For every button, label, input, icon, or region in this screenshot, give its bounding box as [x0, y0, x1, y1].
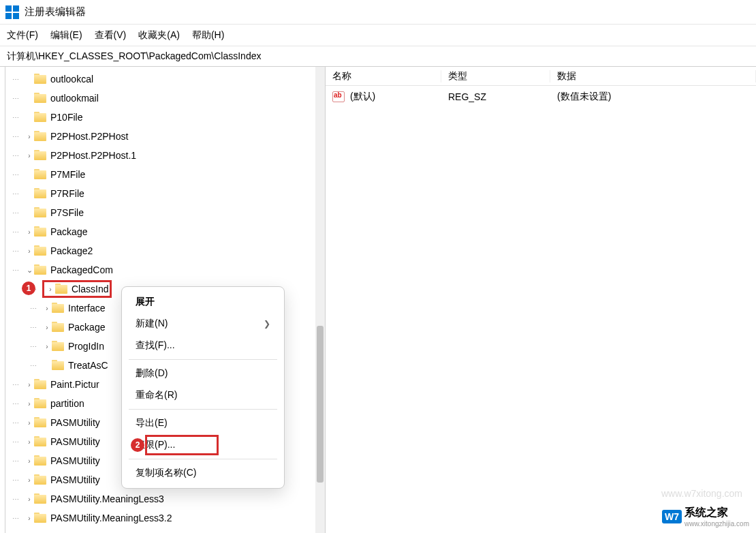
tree-connector: ⋯ — [12, 438, 25, 446]
ctx-delete[interactable]: 删除(D) — [125, 363, 281, 384]
folder-icon — [34, 93, 48, 104]
chevron-right-icon[interactable]: › — [25, 228, 34, 236]
chevron-right-icon[interactable]: › — [46, 286, 55, 293]
ctx-permissions[interactable]: 权限(P)... — [125, 434, 281, 456]
tree-item-label: partition — [50, 398, 84, 409]
tree-item[interactable]: ⋯P7MFile — [0, 165, 325, 184]
tree-item-label: outlookmail — [50, 93, 99, 104]
tree-scrollbar[interactable] — [315, 67, 325, 533]
chevron-down-icon[interactable]: ⌄ — [25, 266, 34, 275]
chevron-right-icon[interactable]: › — [42, 343, 52, 350]
selected-tree-item[interactable]: ›ClassInd — [42, 280, 112, 298]
tree-item[interactable]: ⋯outlookmail — [0, 89, 325, 108]
col-header-type[interactable]: 类型 — [441, 70, 550, 82]
folder-icon — [52, 360, 65, 371]
tree-item[interactable]: ⋯›Package — [0, 222, 325, 241]
tree-item-label: PASMUtility — [50, 417, 100, 428]
tree-connector: ⋯ — [30, 324, 42, 331]
cell-name: (默认) — [326, 91, 441, 103]
chevron-right-icon[interactable]: › — [25, 400, 34, 408]
address-bar[interactable]: 计算机\HKEY_CLASSES_ROOT\PackagedCom\ClassI… — [0, 46, 756, 67]
ctx-find[interactable]: 查找(F)... — [125, 335, 281, 356]
menu-favorites[interactable]: 收藏夹(A) — [138, 29, 180, 42]
chevron-right-icon[interactable]: › — [25, 438, 34, 446]
tree-item[interactable]: ⋯›PASMUtility.MeaningLess3.2 — [0, 508, 325, 528]
tree-item[interactable]: ⋯›PASMUtility.MeaningLess3 — [0, 489, 325, 508]
menu-edit[interactable]: 编辑(E) — [50, 29, 82, 42]
watermark-url: www.w7xitong.com — [661, 488, 742, 499]
tree-item-label: Package — [68, 322, 105, 333]
watermark-brand-text: 系统之家 — [684, 506, 749, 520]
folder-icon — [55, 284, 69, 294]
tree-item[interactable]: ⋯›P2PHost.P2PHost.1 — [0, 146, 325, 165]
menu-view[interactable]: 查看(V) — [95, 29, 127, 42]
chevron-right-icon[interactable]: › — [25, 152, 34, 159]
folder-icon — [34, 112, 48, 123]
tree-connector: ⋯ — [12, 76, 25, 83]
folder-icon — [34, 150, 48, 161]
tree-item[interactable]: ⋯⌄PackagedCom — [0, 260, 325, 279]
folder-icon — [52, 322, 65, 333]
chevron-right-icon[interactable]: › — [25, 476, 34, 484]
col-header-name[interactable]: 名称 — [326, 70, 441, 82]
title-bar: 注册表编辑器 — [0, 0, 756, 25]
ctx-expand[interactable]: 展开 — [125, 291, 281, 313]
tree-item[interactable]: ⋯P10File — [0, 108, 325, 127]
chevron-right-icon[interactable]: › — [25, 381, 34, 389]
chevron-right-icon[interactable]: › — [25, 515, 34, 522]
chevron-right-icon[interactable]: › — [25, 457, 34, 465]
chevron-right-icon[interactable]: › — [25, 133, 34, 140]
tree-item[interactable]: ⋯P7SFile — [0, 203, 325, 222]
folder-icon — [34, 379, 48, 390]
tree-item-label: P7RFile — [50, 188, 84, 199]
tree-item-label: Package2 — [50, 245, 93, 256]
tree-item-label: Paint.Pictur — [50, 379, 99, 390]
tree-connector: ⋯ — [12, 476, 25, 484]
chevron-right-icon[interactable]: › — [25, 419, 34, 427]
tree-item[interactable]: ⋯P7RFile — [0, 184, 325, 203]
tree-item-label: TreatAsC — [68, 360, 108, 371]
col-header-data[interactable]: 数据 — [550, 70, 756, 82]
tree-connector: ⋯ — [12, 381, 25, 389]
ctx-new[interactable]: 新建(N) ❯ — [125, 313, 281, 335]
chevron-right-icon[interactable]: › — [42, 305, 52, 312]
annotation-marker-1: 1 — [22, 281, 35, 295]
ctx-separator — [129, 459, 277, 459]
tree-item-label: PASMUtility.MeaningLess3.2 — [50, 513, 172, 523]
tree-connector: ⋯ — [12, 496, 25, 503]
tree-item[interactable]: ⋯›P2PHost.P2PHost — [0, 127, 325, 146]
folder-icon — [34, 226, 48, 237]
ctx-export[interactable]: 导出(E) — [125, 412, 281, 434]
menu-help[interactable]: 帮助(H) — [192, 29, 224, 42]
window-title: 注册表编辑器 — [25, 5, 86, 18]
chevron-right-icon[interactable]: › — [25, 247, 34, 255]
folder-icon — [34, 245, 48, 256]
tree-connector: ⋯ — [12, 190, 25, 198]
folder-icon — [34, 474, 48, 485]
folder-icon — [34, 398, 48, 409]
tree-item[interactable]: ⋯outlookcal — [0, 70, 325, 89]
tree-connector: ⋯ — [30, 305, 42, 312]
tree-item[interactable]: ⋯›Package2 — [0, 241, 325, 260]
scroll-thumb[interactable] — [317, 326, 324, 483]
main-area: ⋯outlookcal⋯outlookmail⋯P10File⋯›P2PHost… — [0, 67, 756, 533]
tree-item-label: Interface — [68, 303, 105, 314]
menu-file[interactable]: 文件(F) — [7, 29, 38, 42]
tree-connector: ⋯ — [12, 228, 25, 236]
chevron-right-icon[interactable]: › — [42, 324, 52, 331]
tree-item-label: PackagedCom — [50, 264, 113, 275]
tree-connector: ⋯ — [30, 343, 42, 350]
tree-connector: ⋯ — [12, 95, 25, 102]
chevron-right-icon[interactable]: › — [25, 496, 34, 503]
folder-icon — [34, 169, 48, 180]
tree-item-label: P2PHost.P2PHost.1 — [50, 150, 136, 161]
tree-connector: ⋯ — [12, 133, 25, 140]
folder-icon — [34, 417, 48, 428]
app-icon — [5, 5, 19, 19]
ctx-copy-key-name[interactable]: 复制项名称(C) — [125, 462, 281, 484]
folder-icon — [52, 303, 65, 314]
ctx-rename[interactable]: 重命名(R) — [125, 384, 281, 406]
list-row[interactable]: (默认) REG_SZ (数值未设置) — [326, 86, 756, 104]
watermark-brand-url: www.xitongzhijia.com — [684, 520, 749, 528]
folder-icon — [34, 513, 48, 523]
